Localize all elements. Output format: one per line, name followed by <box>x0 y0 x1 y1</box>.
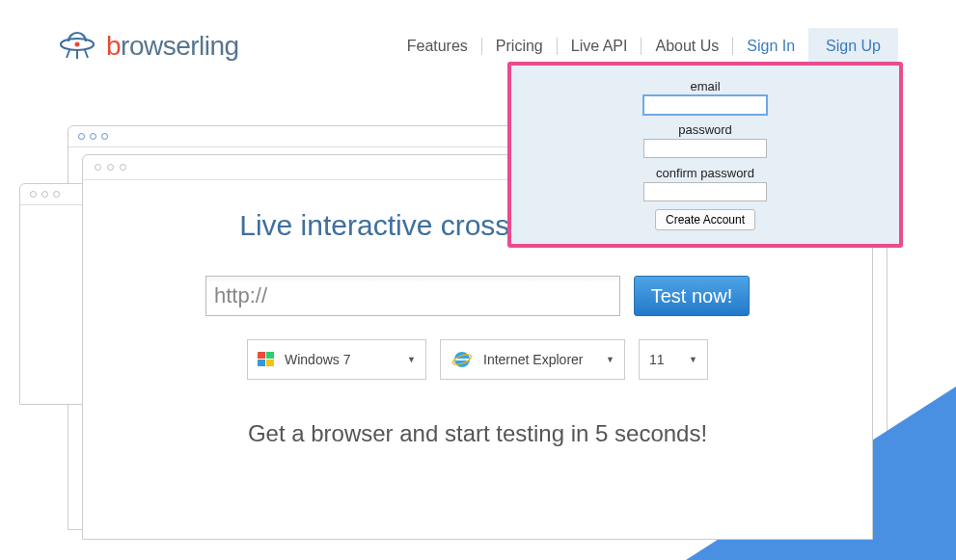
svg-point-1 <box>75 41 80 46</box>
nav-liveapi[interactable]: Live API <box>558 32 642 61</box>
nav-signin[interactable]: Sign In <box>733 32 808 61</box>
window-dot-icon <box>90 133 96 140</box>
version-select-label: 11 <box>649 352 665 367</box>
email-label: email <box>690 79 720 93</box>
test-now-button[interactable]: Test now! <box>634 276 750 316</box>
logo-text: browserling <box>106 31 239 62</box>
window-dot-icon <box>101 133 108 140</box>
os-select[interactable]: Windows 7 ▼ <box>247 339 426 380</box>
browser-select[interactable]: Internet Explorer ▼ <box>440 339 625 380</box>
chevron-down-icon: ▼ <box>689 355 697 364</box>
svg-line-4 <box>85 50 88 58</box>
window-dot-icon <box>95 164 101 171</box>
nav-signup[interactable]: Sign Up <box>808 28 898 65</box>
windows-icon <box>258 352 275 367</box>
window-dot-icon <box>30 191 37 198</box>
confirm-password-field[interactable] <box>643 182 767 201</box>
confirm-password-label: confirm password <box>656 166 754 180</box>
window-dot-icon <box>120 164 126 171</box>
window-dot-icon <box>53 191 60 198</box>
password-field[interactable] <box>643 139 767 158</box>
subheading: Get a browser and start testing in 5 sec… <box>131 420 824 447</box>
window-dot-icon <box>107 164 114 171</box>
url-row: Test now! <box>131 276 824 316</box>
password-label: password <box>678 122 732 137</box>
svg-line-2 <box>67 50 69 58</box>
window-dot-icon <box>78 133 85 140</box>
nav-about[interactable]: About Us <box>642 32 732 61</box>
logo[interactable]: browserling <box>58 29 239 64</box>
browser-select-label: Internet Explorer <box>483 352 584 367</box>
selects-row: Windows 7 ▼ Internet Explorer ▼ 11 ▼ <box>131 339 824 380</box>
create-account-button[interactable]: Create Account <box>655 209 755 230</box>
chevron-down-icon: ▼ <box>407 355 416 364</box>
version-select[interactable]: 11 ▼ <box>639 339 708 380</box>
os-select-label: Windows 7 <box>285 352 350 367</box>
header: browserling Features Pricing Live API Ab… <box>0 0 956 67</box>
url-input[interactable] <box>205 276 620 316</box>
nav-features[interactable]: Features <box>394 32 481 61</box>
ufo-icon <box>58 29 96 64</box>
email-field[interactable] <box>643 95 767 115</box>
chevron-down-icon: ▼ <box>606 355 615 364</box>
nav-pricing[interactable]: Pricing <box>482 32 557 61</box>
window-dot-icon <box>41 191 48 198</box>
ie-icon <box>451 348 474 371</box>
nav: Features Pricing Live API About Us Sign … <box>394 28 898 65</box>
signup-dropdown: email password confirm password Create A… <box>507 62 903 248</box>
